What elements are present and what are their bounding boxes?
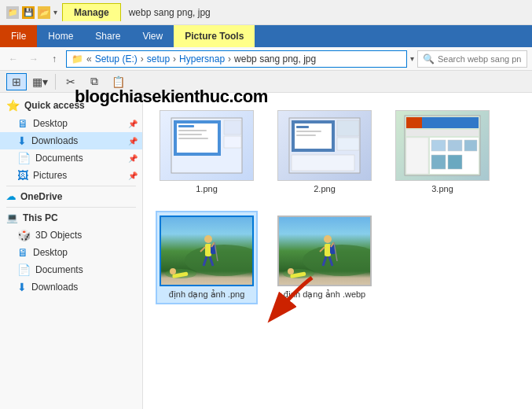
sidebar-item-pictures[interactable]: 🖼 Pictures 📌 [0,167,142,184]
content-area: 1.png 2.png [143,93,532,409]
svg-rect-27 [464,140,477,151]
svg-rect-6 [178,134,202,135]
file-item-1png[interactable]: 1.png [156,105,258,198]
arrow-overlay [257,274,320,339]
svg-rect-46 [325,244,331,256]
pin-icon-dl: 📌 [128,137,138,146]
pictures-folder-icon: 🖼 [17,169,28,182]
search-box[interactable]: 🔍 [417,50,527,68]
pin-icon-doc: 📌 [128,154,138,163]
file-name-3png: 3.png [431,184,453,193]
path-setup[interactable]: setup [147,53,170,64]
desktop-label: Desktop [33,118,68,129]
quick-access-star-icon: ⭐ [6,99,20,112]
forward-button[interactable]: → [25,50,42,68]
svg-rect-29 [448,155,462,169]
documents-folder-icon: 📄 [17,152,31,164]
view-tiles-button[interactable]: ⊞ [6,73,27,90]
file-grid: 1.png 2.png [149,99,526,311]
svg-rect-16 [337,120,359,136]
onedrive-label: OneDrive [20,191,62,202]
sidebar-item-documents-pc[interactable]: 📄 Documents [0,261,142,278]
ribbon: File Home Share View Picture Tools [0,25,532,47]
svg-rect-13 [296,126,309,128]
path-current: webp sang png, jpg [234,53,316,64]
ribbon-picture-tools-tab[interactable]: Picture Tools [174,25,255,47]
svg-rect-21 [406,117,422,128]
sidebar-item-downloads-pc[interactable]: ⬇ Downloads [0,278,142,296]
quick-access-icon: 📁 [6,6,19,19]
title-bar: 📁 💾 📂 ▾ Manage webp sang png, jpg [0,0,532,25]
file-name-2png: 2.png [314,184,336,193]
search-input[interactable] [438,54,522,64]
file-name-dinh-dang-png: định dạng ảnh .png [169,289,245,300]
path-folder-icon: 📁 [72,53,83,64]
sidebar-divider-2 [6,207,136,208]
downloads-pc-icon: ⬇ [17,281,27,293]
thumbnail-3png [395,110,490,181]
file-item-dinh-dang-png[interactable]: định dạng ảnh .png [156,211,258,304]
svg-rect-14 [296,131,321,132]
svg-point-32 [204,235,212,243]
thumbnail-2png [277,110,372,181]
this-pc-header[interactable]: 💻 This PC [0,209,142,227]
downloads-folder-icon: ⬇ [17,134,27,147]
desktop-folder-icon: 🖥 [17,117,28,130]
sidebar: ⭐ Quick access 🖥 Desktop 📌 ⬇ Downloads 📌… [0,93,143,409]
save-icon[interactable]: 💾 [22,6,35,19]
thumbnail-1png [160,110,254,181]
file-item-3png[interactable]: 3.png [391,105,493,198]
svg-point-45 [324,235,332,243]
main-layout: ⭐ Quick access 🖥 Desktop 📌 ⬇ Downloads 📌… [0,93,532,409]
svg-rect-7 [178,138,208,139]
dropdown-arrow-icon[interactable]: ▾ [53,8,57,17]
svg-rect-18 [292,155,354,171]
svg-rect-26 [448,140,462,151]
back-button[interactable]: ← [5,50,22,68]
file-item-2png[interactable]: 2.png [273,105,376,198]
toolbar-separator [55,74,56,90]
address-dropdown-icon[interactable]: ▾ [410,54,414,63]
documents-pc-icon: 📄 [17,263,31,276]
path-setup-e[interactable]: Setup (E:) [95,53,138,64]
3dobjects-label: 3D Objects [35,230,82,241]
path-hypersnap[interactable]: Hypersnap [179,53,225,64]
svg-rect-8 [224,120,241,134]
sidebar-item-documents[interactable]: 📄 Documents 📌 [0,149,142,167]
manage-tab[interactable]: Manage [62,3,121,21]
ribbon-view-tab[interactable]: View [131,25,174,47]
svg-rect-17 [337,138,359,150]
up-button[interactable]: ↑ [46,50,63,68]
svg-rect-25 [431,140,446,151]
pin-icon-pic: 📌 [128,171,138,180]
title-bar-icons: 📁 💾 📂 ▾ [6,6,57,19]
onedrive-header[interactable]: ☁ OneDrive [0,188,142,205]
this-pc-label: This PC [23,212,58,223]
desktop-pc-label: Desktop [33,247,68,258]
svg-point-41 [170,268,176,275]
folder-icon: 📂 [38,6,50,19]
sidebar-item-3dobjects[interactable]: 🎲 3D Objects [0,227,142,244]
pictures-label: Pictures [33,170,67,181]
ribbon-home-tab[interactable]: Home [37,25,84,47]
this-pc-icon: 💻 [6,212,18,223]
sidebar-item-downloads[interactable]: ⬇ Downloads 📌 [0,132,142,149]
ribbon-share-tab[interactable]: Share [84,25,131,47]
svg-rect-28 [431,155,446,169]
address-bar: ← → ↑ 📁 « Setup (E:) › setup › Hypersnap… [0,47,532,71]
ribbon-file-button[interactable]: File [0,25,37,47]
address-path[interactable]: 📁 « Setup (E:) › setup › Hypersnap › web… [66,50,407,68]
desktop-pc-icon: 🖥 [17,246,28,259]
pin-icon: 📌 [128,120,138,128]
3dobjects-icon: 🎲 [17,229,31,241]
view-arrow-icon: ▾ [42,76,48,88]
view-icon: ▦ [32,76,42,88]
sidebar-item-desktop[interactable]: 🖥 Desktop 📌 [0,115,142,132]
svg-rect-4 [178,125,194,127]
view-dropdown-button[interactable]: ▦ ▾ [30,73,50,90]
sidebar-item-desktop-pc[interactable]: 🖥 Desktop [0,244,142,261]
svg-rect-22 [406,130,479,136]
file-name-1png: 1.png [196,184,218,193]
documents-label: Documents [35,153,83,164]
downloads-label: Downloads [31,135,78,146]
